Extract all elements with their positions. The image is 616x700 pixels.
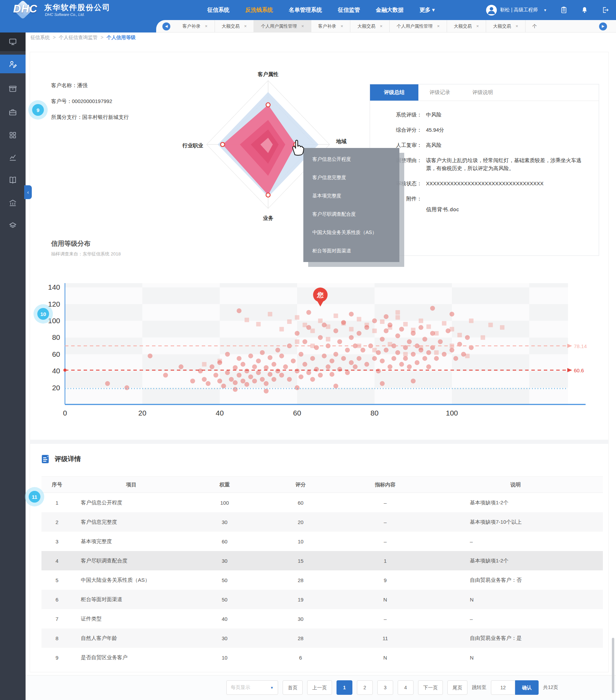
table-row[interactable]: 9是否自贸区业务客户106NN xyxy=(41,648,603,667)
table-row[interactable]: 1客户信息公开程度10060–基本项缺项1-2个 xyxy=(41,493,603,512)
tab[interactable]: 大额交易× xyxy=(350,20,390,32)
table-cell: 20 xyxy=(259,519,342,525)
breadcrumb-item[interactable]: 个人信用等级 xyxy=(106,35,135,41)
tab-close-icon[interactable]: × xyxy=(244,24,247,29)
tab-strip: 客户补录×大额交易×个人用户属性管理×客户补录×大额交易×个人用户属性管理×大额… xyxy=(176,20,537,32)
svg-text:80: 80 xyxy=(52,333,60,341)
breadcrumb-item[interactable]: 个人征信查询监管 xyxy=(59,35,97,41)
table-row[interactable]: 6柜台等面对面渠道5019NN xyxy=(41,590,603,609)
table-row[interactable]: 3基本项完整度6010–– xyxy=(41,532,603,551)
tab-close-icon[interactable]: × xyxy=(301,24,304,29)
table-row[interactable]: 5中国大陆业务关系性质（AS）50289自由贸易业务客户：否 xyxy=(41,570,603,590)
tab[interactable]: 个人用户属性管理× xyxy=(390,20,447,32)
sidebar-item-bank[interactable] xyxy=(0,194,26,212)
sidebar-item-user-edit[interactable] xyxy=(0,55,26,73)
tab-close-icon[interactable]: × xyxy=(437,24,440,29)
panel-field: 人工复审：高风险 xyxy=(370,141,599,149)
attachment-link[interactable]: 信用背书.doc xyxy=(426,206,599,213)
page-number-button[interactable]: 1 xyxy=(337,680,352,695)
tabs-scroll-left-icon[interactable]: ◀ xyxy=(162,22,170,30)
tab[interactable]: 大额交易× xyxy=(486,20,525,32)
dropdown-item[interactable]: 柜台等面对面渠道 xyxy=(303,242,399,260)
scrollbar[interactable] xyxy=(612,638,614,693)
breadcrumb-item[interactable]: 征信系统 xyxy=(30,35,50,41)
table-row[interactable]: 2客户信息完整度3020–基本项缺项7-10个以上 xyxy=(41,512,603,532)
table-cell: 客户尽职调查配合度 xyxy=(73,558,190,564)
tab-close-icon[interactable]: × xyxy=(341,24,343,29)
breadcrumb-separator: > xyxy=(101,35,103,41)
table-cell: – xyxy=(342,539,428,544)
tab[interactable]: 个人用户属性管理× xyxy=(254,20,311,32)
field-value: 中风险 xyxy=(426,111,588,119)
rating-panel: 评级总结评级记录评级说明 系统评级：中风险综合评分：45.94分人工复审：高风险… xyxy=(370,84,599,256)
svg-text:60.6: 60.6 xyxy=(574,367,584,373)
sidebar-item-layers[interactable] xyxy=(0,216,26,235)
nav-item[interactable]: 更多 ▾ xyxy=(419,7,435,14)
clipboard-icon[interactable] xyxy=(560,6,568,14)
distribution-title: 信用等级分布 xyxy=(51,239,91,248)
table-cell: 30 xyxy=(190,558,259,564)
sidebar-item-archive[interactable] xyxy=(0,80,26,98)
nav-item[interactable]: 名单管理系统 xyxy=(289,7,322,14)
tab-bar: ◀ 客户补录×大额交易×个人用户属性管理×客户补录×大额交易×个人用户属性管理×… xyxy=(0,20,616,32)
table-cell: N xyxy=(428,597,603,603)
radar-vertex-marker[interactable] xyxy=(266,103,270,107)
tab-close-icon[interactable]: × xyxy=(205,24,208,29)
sidebar-item-book[interactable] xyxy=(0,171,26,189)
jump-page-input[interactable] xyxy=(491,680,515,695)
radar-vertex-marker[interactable] xyxy=(266,193,270,197)
table-row[interactable]: 4客户尽职调查配合度30151基本项缺项1-2个 xyxy=(41,551,603,570)
tab[interactable]: 大额交易× xyxy=(447,20,486,32)
page-number-button[interactable]: 4 xyxy=(398,680,414,695)
table-cell: 1 xyxy=(342,558,428,564)
last-page-button[interactable]: 尾页 xyxy=(447,680,467,695)
nav-item[interactable]: 征信系统 xyxy=(207,7,229,14)
tabs-scroll-right-icon[interactable]: ▶ xyxy=(599,22,607,30)
dropdown-item[interactable]: 基本项完整度 xyxy=(303,187,399,205)
tab[interactable]: 客户补录× xyxy=(311,20,351,32)
confirm-button[interactable]: 确认 xyxy=(515,680,539,695)
sidebar-item-chart[interactable] xyxy=(0,148,26,167)
tab[interactable]: 客户补录× xyxy=(176,20,215,32)
sidebar-item-briefcase[interactable] xyxy=(0,103,26,122)
sidebar-collapse-toggle[interactable]: ‹ xyxy=(24,185,32,199)
panel-tab[interactable]: 评级总结 xyxy=(370,84,418,101)
sidebar-item-monitor[interactable] xyxy=(0,32,26,51)
table-row[interactable]: 8自然人客户年龄302811自由贸易业务客户：是 xyxy=(41,628,603,648)
table-row[interactable]: 7证件类型4030–– xyxy=(41,609,603,628)
user-name[interactable]: 靳松 | 高级工程师 xyxy=(500,7,538,13)
rating-panel-tabs: 评级总结评级记录评级说明 xyxy=(370,84,599,101)
panel-tab[interactable]: 评级说明 xyxy=(461,84,504,101)
dropdown-item[interactable]: 中国大陆业务关系性质（AS） xyxy=(303,223,399,242)
tab-close-icon[interactable]: × xyxy=(515,24,518,29)
radar-vertex-marker[interactable] xyxy=(220,142,225,147)
page-number-button[interactable]: 3 xyxy=(377,680,393,695)
panel-field: 综合评分：45.94分 xyxy=(370,126,599,134)
tab-close-icon[interactable]: × xyxy=(380,24,382,29)
bell-icon[interactable] xyxy=(581,6,588,14)
tab-close-icon[interactable]: × xyxy=(476,24,479,29)
field-label: 综合评分： xyxy=(370,126,422,134)
nav-item[interactable]: 反洗钱系统 xyxy=(245,7,273,14)
dropdown-item[interactable]: 客户尽职调查配合度 xyxy=(303,205,399,223)
page-number-button[interactable]: 2 xyxy=(357,680,373,695)
nav-item[interactable]: 金融大数据 xyxy=(376,7,404,14)
dropdown-item[interactable]: 客户信息公开程度 xyxy=(303,150,399,168)
per-page-select[interactable]: 每页显示▼ xyxy=(226,680,278,695)
svg-text:40: 40 xyxy=(216,409,224,417)
prev-page-button[interactable]: 上一页 xyxy=(307,680,332,695)
panel-tab[interactable]: 评级记录 xyxy=(418,84,461,101)
table-cell: 40 xyxy=(190,616,259,622)
nav-item[interactable]: 征信监管 xyxy=(338,7,360,14)
table-cell: 100 xyxy=(190,500,259,506)
tab[interactable]: 个 xyxy=(525,20,537,32)
logout-icon[interactable] xyxy=(601,6,609,14)
sidebar-item-grid[interactable] xyxy=(0,126,26,144)
first-page-button[interactable]: 首页 xyxy=(283,680,303,695)
tab[interactable]: 大额交易× xyxy=(215,20,254,32)
dropdown-item[interactable]: 客户信息完整度 xyxy=(303,168,399,187)
user-avatar-icon[interactable] xyxy=(486,5,497,16)
next-page-button[interactable]: 下一页 xyxy=(418,680,443,695)
table-cell: 3 xyxy=(41,539,73,544)
svg-text:您: 您 xyxy=(317,291,324,299)
